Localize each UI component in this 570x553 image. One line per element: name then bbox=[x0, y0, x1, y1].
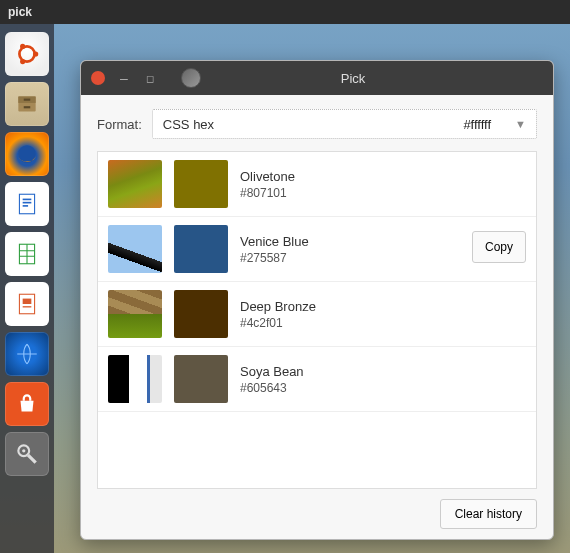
launcher-globe[interactable] bbox=[5, 332, 49, 376]
color-name: Soya Bean bbox=[240, 364, 304, 379]
ubuntu-icon bbox=[14, 41, 40, 67]
clear-history-button[interactable]: Clear history bbox=[440, 499, 537, 529]
drawer-icon bbox=[14, 91, 40, 117]
window-titlebar[interactable]: – ◻ Pick bbox=[81, 61, 553, 95]
format-preview: #ffffff bbox=[463, 117, 491, 132]
color-swatch bbox=[174, 160, 228, 208]
source-thumbnail bbox=[108, 160, 162, 208]
svg-rect-15 bbox=[23, 299, 32, 304]
color-code: #605643 bbox=[240, 381, 304, 395]
svg-point-1 bbox=[33, 51, 38, 56]
format-select[interactable]: CSS hex #ffffff ▼ bbox=[152, 109, 537, 139]
color-code: #4c2f01 bbox=[240, 316, 316, 330]
maximize-button[interactable]: ◻ bbox=[143, 71, 157, 85]
color-code: #807101 bbox=[240, 186, 295, 200]
window-controls: – ◻ bbox=[91, 71, 157, 85]
launcher-files[interactable] bbox=[5, 82, 49, 126]
format-label: Format: bbox=[97, 117, 142, 132]
history-list: Olivetone #807101 Venice Blue #275587 Co… bbox=[97, 151, 537, 489]
window-title: Pick bbox=[213, 71, 493, 86]
gear-wrench-icon bbox=[14, 441, 40, 467]
color-name: Venice Blue bbox=[240, 234, 309, 249]
sheet-icon bbox=[14, 241, 40, 267]
footer: Clear history bbox=[97, 489, 537, 529]
globe-icon bbox=[14, 341, 40, 367]
launcher-settings[interactable] bbox=[5, 432, 49, 476]
doc-icon bbox=[14, 191, 40, 217]
svg-rect-12 bbox=[23, 205, 28, 207]
history-row[interactable]: Deep Bronze #4c2f01 bbox=[98, 282, 536, 347]
source-thumbnail bbox=[108, 290, 162, 338]
source-thumbnail bbox=[108, 225, 162, 273]
history-row[interactable]: Olivetone #807101 bbox=[98, 152, 536, 217]
svg-point-3 bbox=[20, 59, 25, 64]
window-content: Format: CSS hex #ffffff ▼ Olivetone #807… bbox=[81, 95, 553, 539]
color-swatch bbox=[174, 290, 228, 338]
topbar-title: pick bbox=[8, 5, 32, 19]
launcher-writer[interactable] bbox=[5, 182, 49, 226]
chevron-down-icon: ▼ bbox=[515, 118, 526, 130]
svg-point-2 bbox=[20, 44, 25, 49]
copy-button[interactable]: Copy bbox=[472, 231, 526, 263]
history-row[interactable]: Venice Blue #275587 Copy bbox=[98, 217, 536, 282]
svg-rect-7 bbox=[24, 106, 31, 108]
firefox-icon bbox=[14, 141, 40, 167]
svg-point-8 bbox=[18, 145, 35, 162]
svg-rect-9 bbox=[19, 194, 34, 214]
history-row[interactable]: Soya Bean #605643 bbox=[98, 347, 536, 412]
launcher-firefox[interactable] bbox=[5, 132, 49, 176]
close-button[interactable] bbox=[91, 71, 105, 85]
source-thumbnail bbox=[108, 355, 162, 403]
slides-icon bbox=[14, 291, 40, 317]
format-row: Format: CSS hex #ffffff ▼ bbox=[97, 109, 537, 139]
color-code: #275587 bbox=[240, 251, 309, 265]
color-name: Olivetone bbox=[240, 169, 295, 184]
unity-launcher bbox=[0, 24, 54, 553]
system-topbar: pick bbox=[0, 0, 570, 24]
color-swatch bbox=[174, 225, 228, 273]
launcher-software[interactable] bbox=[5, 382, 49, 426]
svg-rect-10 bbox=[23, 199, 32, 201]
color-name: Deep Bronze bbox=[240, 299, 316, 314]
launcher-dash[interactable] bbox=[5, 32, 49, 76]
minimize-button[interactable]: – bbox=[117, 71, 131, 85]
pick-window: – ◻ Pick Format: CSS hex #ffffff ▼ Olive… bbox=[80, 60, 554, 540]
format-name: CSS hex bbox=[163, 117, 214, 132]
svg-rect-6 bbox=[24, 99, 31, 101]
svg-point-19 bbox=[22, 449, 25, 452]
store-icon bbox=[14, 391, 40, 417]
launcher-calc[interactable] bbox=[5, 232, 49, 276]
launcher-impress[interactable] bbox=[5, 282, 49, 326]
eyedropper-button[interactable] bbox=[181, 68, 201, 88]
svg-rect-11 bbox=[23, 202, 32, 204]
svg-rect-16 bbox=[23, 306, 32, 307]
color-swatch bbox=[174, 355, 228, 403]
